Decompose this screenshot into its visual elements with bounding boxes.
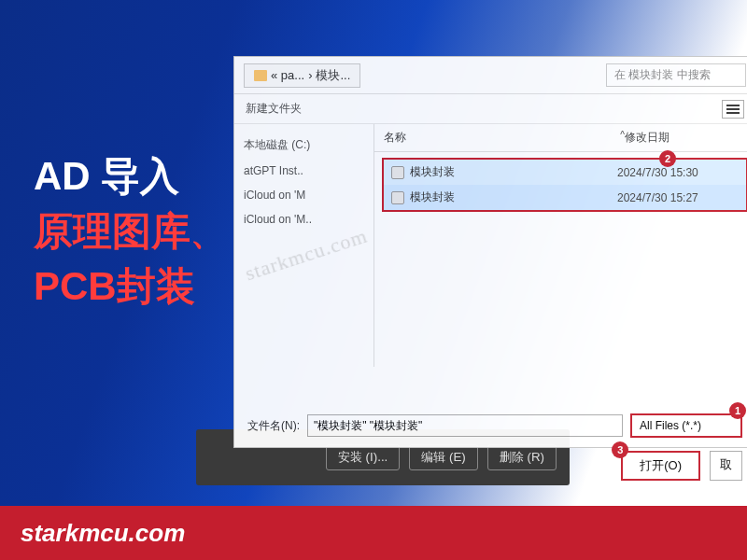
annotation-badge-2: 2: [659, 150, 676, 167]
filename-label: 文件名(N):: [247, 418, 300, 434]
file-list-header: 名称 ^ 修改日期: [374, 124, 747, 152]
new-folder-button[interactable]: 新建文件夹: [246, 101, 302, 117]
file-icon: [391, 191, 404, 204]
headline-comma: 、: [190, 214, 224, 252]
file-name: 模块封装: [410, 189, 617, 205]
dialog-bottom-bar: 文件名(N): 1 All Files (*.*): [234, 404, 747, 447]
view-options-button[interactable]: [722, 100, 744, 119]
annotation-badge-3: 3: [612, 441, 628, 458]
install-button[interactable]: 安装 (I)...: [326, 444, 400, 470]
file-row[interactable]: 模块封装 2024/7/30 15:27: [384, 185, 746, 210]
delete-button[interactable]: 删除 (R): [487, 444, 557, 470]
headline-line-1: AD 导入: [34, 149, 224, 204]
filetype-dropdown[interactable]: 1 All Files (*.*): [630, 413, 742, 438]
footer-site: starkmcu.com: [21, 519, 185, 548]
edit-button[interactable]: 编辑 (E): [409, 444, 477, 470]
breadcrumb-current: 模块...: [316, 67, 350, 84]
footer-bar: starkmcu.com: [0, 506, 747, 560]
dialog-address-bar: « pa... › 模块... 在 模块封装 中搜索: [234, 57, 747, 94]
sidebar-item-label: 本地磁盘 (C:): [244, 137, 310, 153]
file-name: 模块封装: [410, 164, 617, 180]
breadcrumb-sep: ›: [308, 68, 312, 82]
breadcrumb-prefix: « pa...: [271, 68, 304, 82]
sidebar-item-disk-c[interactable]: 本地磁盘 (C:): [244, 132, 364, 159]
breadcrumb[interactable]: « pa... › 模块...: [244, 63, 360, 88]
headline-line-2: 原理图库: [34, 209, 190, 253]
dialog-toolbar: 新建文件夹: [234, 94, 747, 124]
sidebar-item-label: iCloud on 'M..: [244, 213, 312, 226]
dialog-actions: 3 打开(O) 取: [621, 451, 742, 481]
annotation-badge-1: 1: [729, 402, 746, 419]
column-header-name[interactable]: 名称: [384, 130, 592, 146]
headline-line-3: PCB封装: [34, 259, 224, 315]
sidebar-item-label: atGPT Inst..: [244, 164, 303, 177]
filetype-value: All Files (*.*): [640, 419, 701, 432]
open-button[interactable]: 3 打开(O): [621, 451, 700, 481]
file-date: 2024/7/30 15:30: [617, 166, 739, 179]
open-button-label: 打开(O): [640, 458, 682, 472]
sidebar-item-2[interactable]: iCloud on 'M: [244, 183, 364, 207]
sidebar-item-label: iCloud on 'M: [244, 189, 305, 202]
file-list-area: 名称 ^ 修改日期 2 模块封装 2024/7/30 15:30 模块封装 20…: [374, 124, 747, 367]
secondary-button[interactable]: 取: [710, 451, 742, 481]
sidebar-item-3[interactable]: iCloud on 'M..: [244, 207, 364, 231]
column-header-date[interactable]: 修改日期: [625, 130, 746, 146]
selected-files-highlight: 2 模块封装 2024/7/30 15:30 模块封装 2024/7/30 15…: [382, 158, 747, 212]
file-date: 2024/7/30 15:27: [617, 191, 739, 204]
sidebar-item-1[interactable]: atGPT Inst..: [244, 159, 364, 183]
filename-input[interactable]: [307, 414, 623, 437]
file-row[interactable]: 模块封装 2024/7/30 15:30: [384, 160, 746, 185]
folder-icon: [254, 70, 267, 81]
search-input[interactable]: 在 模块封装 中搜索: [606, 63, 746, 87]
file-icon: [391, 166, 404, 179]
headline: AD 导入 原理图库、 PCB封装: [34, 149, 224, 314]
